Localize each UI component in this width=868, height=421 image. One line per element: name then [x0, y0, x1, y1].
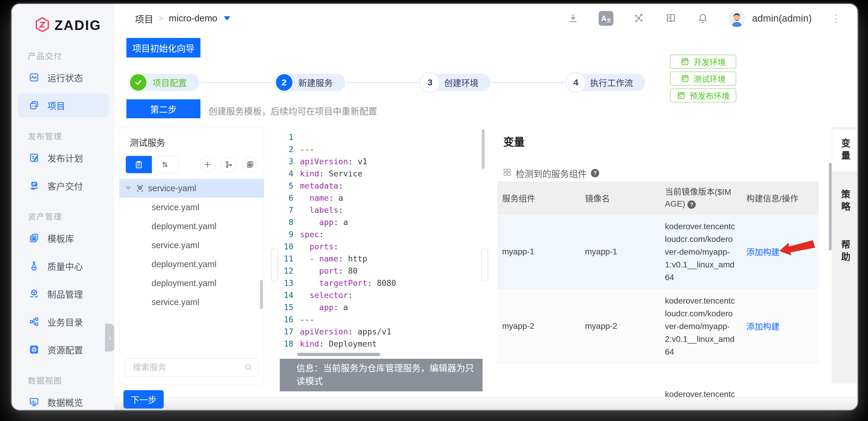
- add-build-link[interactable]: 添加构建: [746, 320, 779, 332]
- sidebar-item-模板库[interactable]: 模板库: [17, 226, 109, 250]
- sidebar-section-label: 资产管理: [12, 210, 114, 222]
- service-file-row[interactable]: service.yaml: [120, 236, 264, 255]
- line-number: 3: [280, 156, 293, 168]
- app-window: ZADIG 产品交付运行状态PM项目发布管理发布计划客户交付资产管理模板库质量中…: [12, 4, 857, 410]
- breadcrumb: 项目 > micro-demo: [135, 12, 230, 25]
- env-button-label: 预发布环境: [690, 90, 730, 102]
- line-number: 4: [280, 168, 293, 180]
- sidebar-item-质量中心[interactable]: 质量中心: [17, 254, 109, 278]
- line-number: 11: [280, 253, 293, 265]
- step-connector: [347, 82, 419, 83]
- code-line: 17apiVersion: apps/v1: [280, 326, 396, 338]
- code-line: 14 selector:: [280, 289, 396, 301]
- check-icon: [134, 78, 143, 87]
- sidebar-item-发布计划[interactable]: 发布计划: [17, 146, 109, 170]
- editor-horizontal-scrollbar[interactable]: [297, 353, 380, 356]
- service-list-scrollbar[interactable]: [260, 280, 263, 309]
- load-from-template-button[interactable]: [243, 157, 258, 172]
- code-line: 7 labels:: [280, 204, 396, 216]
- sidebar-collapse-handle[interactable]: ‹: [105, 324, 115, 352]
- terminal-icon: [681, 74, 689, 83]
- more-menu-icon[interactable]: ⋮: [831, 17, 841, 20]
- env-button-label: 开发环境: [694, 56, 725, 67]
- avatar[interactable]: [728, 10, 745, 27]
- table-header-row: 服务组件镜像名当前镜像版本($IMAGE) ?构建信息/操作: [497, 181, 819, 215]
- add-service-button[interactable]: [200, 157, 215, 172]
- sidebar-item-运行状态[interactable]: 运行状态: [17, 65, 109, 89]
- bell-icon[interactable]: [696, 12, 709, 25]
- component-row: myapp-1 myapp-1 koderover.tencentcloudcr…: [497, 215, 819, 289]
- breadcrumb-root[interactable]: 项目: [135, 12, 153, 25]
- editor-vertical-scrollbar[interactable]: [482, 129, 485, 169]
- tree-expand-caret-icon[interactable]: [126, 187, 131, 190]
- service-actions: [200, 157, 258, 172]
- variables-panel-scrollbar[interactable]: [829, 163, 832, 251]
- translate-icon[interactable]: A文: [598, 11, 613, 26]
- view-toggle: [126, 156, 178, 173]
- service-toolbar: [120, 148, 264, 173]
- code-line: 12 port: 80: [280, 265, 396, 277]
- code-line: 5metadata:: [280, 180, 396, 192]
- download-icon[interactable]: [567, 12, 580, 25]
- breadcrumb-project[interactable]: micro-demo: [169, 13, 217, 24]
- service-orchestration-button[interactable]: [221, 157, 237, 172]
- sidebar-item-项目[interactable]: PM项目: [17, 93, 109, 117]
- env-button-预发布环境[interactable]: 预发布环境: [670, 88, 736, 103]
- service-file-row[interactable]: deployment.yaml: [120, 255, 264, 274]
- line-number: 15: [280, 301, 293, 313]
- image-version-cell: koderover.tencentcloudcr.com/koderover-d…: [660, 215, 742, 289]
- sidebar-item-资源配置[interactable]: 资源配置: [17, 338, 109, 361]
- yaml-editor[interactable]: 1 2---3apiVersion: v14kind: Service5meta…: [280, 129, 487, 410]
- environment-shortcuts: 开发环境测试环境预发布环境: [670, 55, 736, 103]
- code-line: 2---: [280, 143, 396, 156]
- service-file-row[interactable]: service.yaml: [120, 292, 264, 312]
- wizard-step-新建服务[interactable]: 2 新建服务: [275, 73, 345, 92]
- right-tab-变量[interactable]: 变量: [832, 130, 857, 172]
- sidebar-item-数据概览[interactable]: 数据概览: [17, 390, 109, 410]
- service-list-panel: 测试服务: [119, 127, 264, 384]
- image-help-icon[interactable]: ?: [687, 200, 696, 209]
- list-view-button[interactable]: [126, 156, 152, 173]
- service-file-row[interactable]: deployment.yaml: [120, 217, 264, 236]
- sidebar-item-业务目录[interactable]: 业务目录: [17, 310, 109, 334]
- add-build-link[interactable]: 添加构建: [746, 246, 779, 258]
- sidebar-item-label: 运行状态: [48, 71, 83, 84]
- right-tab-帮助[interactable]: 帮助: [832, 233, 857, 271]
- business-catalog-icon: [28, 316, 40, 327]
- docs-icon[interactable]: [664, 12, 677, 25]
- service-group-row[interactable]: service-yaml: [120, 179, 264, 198]
- wizard-step-执行工作流[interactable]: 4 执行工作流: [566, 73, 645, 92]
- sort-view-button[interactable]: [152, 156, 178, 173]
- service-file-row[interactable]: service.yaml: [120, 198, 264, 217]
- service-group-name: service-yaml: [148, 184, 196, 193]
- sidebar-item-制品管理[interactable]: 制品管理: [17, 282, 109, 306]
- sidebar-item-label: 质量中心: [48, 259, 83, 273]
- sidebar: ZADIG 产品交付运行状态PM项目发布管理发布计划客户交付资产管理模板库质量中…: [12, 4, 114, 410]
- line-number: 12: [280, 265, 293, 277]
- code-line: 11 - name: http: [280, 253, 396, 265]
- plugin-graph-icon[interactable]: [632, 12, 645, 25]
- search-input[interactable]: [132, 363, 244, 373]
- wizard-step-项目配置[interactable]: 项目配置: [129, 73, 199, 92]
- code-line: 16---: [280, 313, 396, 326]
- code-line: 4kind: Service: [280, 168, 396, 180]
- line-number: 9: [280, 228, 293, 241]
- code-line: 10 ports:: [280, 241, 396, 253]
- sidebar-item-客户交付[interactable]: 客户交付: [17, 174, 109, 197]
- env-button-测试环境[interactable]: 测试环境: [670, 72, 736, 86]
- right-tab-策略[interactable]: 策略: [832, 183, 857, 221]
- desktop-background: ZADIG 产品交付运行状态PM项目发布管理发布计划客户交付资产管理模板库质量中…: [0, 0, 868, 421]
- table-header-cell: 构建信息/操作: [742, 181, 819, 215]
- sidebar-item-label: 资源配置: [48, 343, 83, 356]
- user-menu[interactable]: admin(admin): [728, 10, 812, 27]
- help-question-icon[interactable]: ?: [591, 169, 599, 177]
- step-connector: [493, 82, 564, 83]
- service-file-row[interactable]: deployment.yaml: [120, 274, 264, 292]
- service-search: [125, 359, 258, 377]
- env-button-开发环境[interactable]: 开发环境: [670, 55, 736, 69]
- left-resize-handle[interactable]: [271, 248, 278, 282]
- next-step-button[interactable]: 下一步: [123, 390, 164, 409]
- table-header-cell: 镜像名: [580, 181, 660, 215]
- project-dropdown-caret-icon[interactable]: [224, 16, 230, 21]
- wizard-step-创建环境[interactable]: 3 创建环境: [421, 73, 491, 92]
